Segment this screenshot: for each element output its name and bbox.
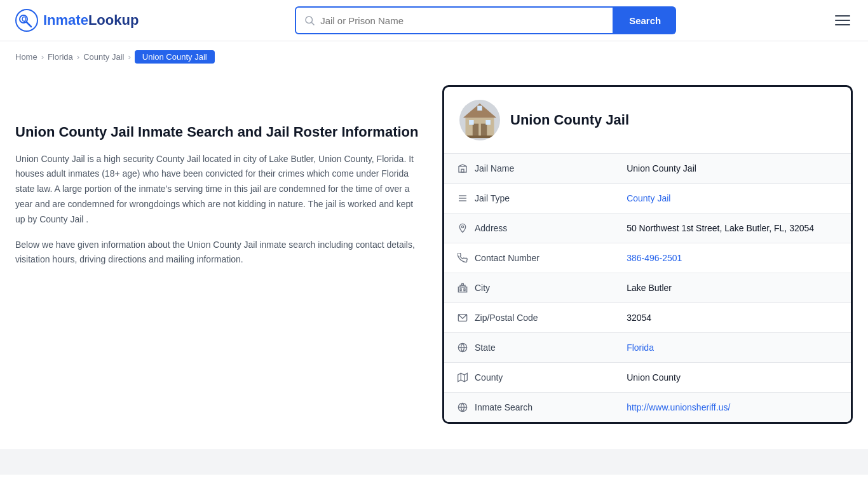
table-row: Contact Number 386-496-2501 [444,243,851,273]
search-icon [304,15,315,26]
value-address: 50 Northwest 1st Street, Lake Butler, FL… [614,214,851,243]
label-county: County [457,372,584,383]
label-inmate-search: Inmate Search [457,402,584,413]
table-row: County Union County [444,363,851,393]
label-jail-type: Jail Type [457,193,584,204]
left-column: Union County Jail Inmate Search and Jail… [15,85,422,424]
svg-rect-24 [464,288,465,290]
info-card-title: Union County Jail [510,112,629,128]
site-header: Q InmateLookup Search [0,0,868,41]
table-row: Jail Type County Jail [444,184,851,214]
svg-rect-12 [477,106,482,111]
label-jail-name: Jail Name [457,163,584,174]
label-state: State [457,342,584,353]
chevron-icon-2: › [77,52,79,62]
svg-rect-15 [461,169,464,172]
value-county: Union County [614,363,851,393]
search-input[interactable] [320,15,605,26]
svg-point-19 [461,226,463,227]
phone-icon [457,252,468,264]
table-row: State Florida [444,333,851,363]
logo-icon: Q [15,9,38,32]
svg-line-2 [27,22,32,27]
value-zip: 32054 [614,303,851,333]
chevron-icon-3: › [128,52,130,62]
table-row: Address 50 Northwest 1st Street, Lake Bu… [444,214,851,243]
search-input-wrapper [295,6,614,34]
page-description-2: Below we have given information about th… [15,238,422,268]
breadcrumb-county-jail[interactable]: County Jail [83,52,124,62]
svg-rect-22 [462,283,464,285]
jail-type-link[interactable]: County Jail [627,193,670,203]
chevron-icon-1: › [41,52,44,62]
value-jail-type[interactable]: County Jail [614,184,851,214]
breadcrumb-florida[interactable]: Florida [48,52,73,62]
svg-rect-8 [481,124,487,137]
table-row: Inmate Search http://www.unionsheriff.us… [444,393,851,423]
svg-rect-13 [461,135,499,138]
svg-rect-20 [458,287,466,292]
info-table: Jail Name Union County Jail Jail Type [444,154,851,422]
svg-rect-7 [473,124,478,137]
map-icon [457,372,468,383]
label-contact: Contact Number [457,252,584,264]
main-content: Union County Jail Inmate Search and Jail… [0,72,868,449]
value-contact[interactable]: 386-496-2501 [614,243,851,273]
label-zip: Zip/Postal Code [457,312,584,323]
search-bar: Search [295,6,676,34]
svg-rect-23 [460,288,461,290]
svg-marker-28 [458,373,468,381]
hamburger-menu-button[interactable] [832,13,853,28]
info-card-header: Union County Jail [444,87,851,154]
table-row: Jail Name Union County Jail [444,154,851,184]
svg-rect-11 [485,120,491,125]
page-title: Union County Jail Inmate Search and Jail… [15,123,422,142]
info-card: Union County Jail Jail Name Union County… [442,85,853,424]
label-address: Address [457,222,584,234]
phone-link[interactable]: 386-496-2501 [627,253,682,263]
table-row: Zip/Postal Code 32054 [444,303,851,333]
search-button[interactable]: Search [614,6,676,34]
page-description-1: Union County Jail is a high security Cou… [15,152,422,227]
web-icon [457,402,468,413]
footer [0,449,868,475]
svg-line-5 [312,22,315,25]
value-jail-name: Union County Jail [614,154,851,184]
value-city: Lake Butler [614,273,851,303]
breadcrumb-home[interactable]: Home [15,52,37,62]
value-inmate-search[interactable]: http://www.unionsheriff.us/ [614,393,851,423]
svg-rect-10 [469,120,474,125]
globe-icon [457,342,468,353]
city-icon [457,282,468,294]
value-state[interactable]: Florida [614,333,851,363]
inmate-search-link[interactable]: http://www.unionsheriff.us/ [627,402,730,412]
table-row: City Lake Butler [444,273,851,303]
jail-avatar [459,100,500,140]
label-city: City [457,282,584,294]
svg-point-4 [306,17,313,24]
logo-text: InmateLookup [43,12,139,29]
svg-text:Q: Q [22,16,27,23]
list-icon [457,193,468,204]
logo-link[interactable]: Q InmateLookup [15,9,139,32]
breadcrumb-active: Union County Jail [135,50,215,64]
state-link[interactable]: Florida [627,342,654,353]
mail-icon [457,312,468,323]
breadcrumb: Home › Florida › County Jail › Union Cou… [0,41,868,72]
jail-building-image [461,101,499,139]
pin-icon [457,222,468,234]
building-icon [457,163,468,174]
